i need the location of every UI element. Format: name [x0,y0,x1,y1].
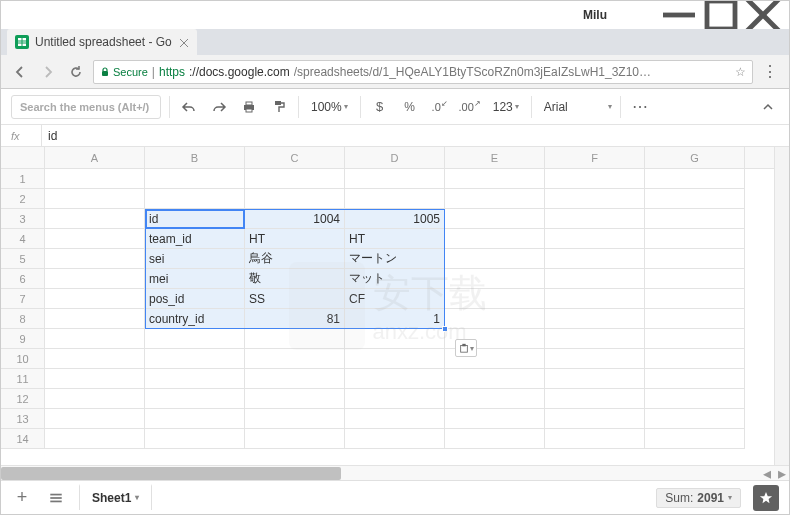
cell-G11[interactable] [645,369,745,389]
cell-D9[interactable] [345,329,445,349]
cell-D14[interactable] [345,429,445,449]
cell-B3[interactable]: id [145,209,245,229]
cell-B5[interactable]: sei [145,249,245,269]
cell-E8[interactable] [445,309,545,329]
cell-A13[interactable] [45,409,145,429]
add-sheet-button[interactable]: + [11,487,33,509]
redo-button[interactable] [208,96,230,118]
cell-F2[interactable] [545,189,645,209]
cell-G9[interactable] [645,329,745,349]
cell-G13[interactable] [645,409,745,429]
cell-C4[interactable]: HT [245,229,345,249]
cell-F11[interactable] [545,369,645,389]
column-header[interactable]: B [145,147,245,168]
row-header[interactable]: 6 [1,269,45,289]
select-all-corner[interactable] [1,147,45,169]
cell-F12[interactable] [545,389,645,409]
cell-A11[interactable] [45,369,145,389]
increase-decimal-button[interactable]: .00↗ [459,96,481,118]
cell-F9[interactable] [545,329,645,349]
cell-D1[interactable] [345,169,445,189]
cell-D5[interactable]: マートン [345,249,445,269]
decrease-decimal-button[interactable]: .0↙ [429,96,451,118]
cell-A2[interactable] [45,189,145,209]
cell-A1[interactable] [45,169,145,189]
column-header[interactable]: A [45,147,145,168]
cell-B11[interactable] [145,369,245,389]
cell-F3[interactable] [545,209,645,229]
chrome-menu-button[interactable]: ⋮ [759,62,781,81]
cell-A5[interactable] [45,249,145,269]
cell-G5[interactable] [645,249,745,269]
close-button[interactable] [743,1,783,29]
paste-options-button[interactable]: ▾ [455,339,477,357]
column-header[interactable]: F [545,147,645,168]
more-toolbar-button[interactable]: ⋯ [629,96,651,118]
scroll-left-icon[interactable]: ◂ [759,466,774,480]
vertical-scrollbar[interactable] [774,147,789,465]
spreadsheet-grid[interactable]: A B C D E F G 123id100410054team_idHTHT5… [1,147,774,465]
cell-G4[interactable] [645,229,745,249]
explore-button[interactable] [753,485,779,511]
cell-B4[interactable]: team_id [145,229,245,249]
cell-C12[interactable] [245,389,345,409]
cell-C8[interactable]: 81 [245,309,345,329]
font-select[interactable]: Arial [540,100,600,114]
row-header[interactable]: 7 [1,289,45,309]
cell-F5[interactable] [545,249,645,269]
row-header[interactable]: 5 [1,249,45,269]
cell-C11[interactable] [245,369,345,389]
row-header[interactable]: 9 [1,329,45,349]
cell-B10[interactable] [145,349,245,369]
menu-search-input[interactable]: Search the menus (Alt+/) [11,95,161,119]
cell-D3[interactable]: 1005 [345,209,445,229]
cell-F14[interactable] [545,429,645,449]
cell-E12[interactable] [445,389,545,409]
cell-B6[interactable]: mei [145,269,245,289]
cell-D7[interactable]: CF [345,289,445,309]
undo-button[interactable] [178,96,200,118]
row-header[interactable]: 14 [1,429,45,449]
cell-B14[interactable] [145,429,245,449]
cell-B8[interactable]: country_id [145,309,245,329]
cell-E13[interactable] [445,409,545,429]
cell-F1[interactable] [545,169,645,189]
scroll-right-icon[interactable]: ▸ [774,466,789,480]
cell-G7[interactable] [645,289,745,309]
cell-G14[interactable] [645,429,745,449]
cell-E6[interactable] [445,269,545,289]
cell-A3[interactable] [45,209,145,229]
scrollbar-thumb[interactable] [1,467,341,480]
cell-G8[interactable] [645,309,745,329]
cell-C14[interactable] [245,429,345,449]
cell-F10[interactable] [545,349,645,369]
column-header[interactable]: D [345,147,445,168]
column-header[interactable]: G [645,147,745,168]
cell-C5[interactable]: 鳥谷 [245,249,345,269]
maximize-button[interactable] [701,1,741,29]
cell-E14[interactable] [445,429,545,449]
row-header[interactable]: 4 [1,229,45,249]
cell-A14[interactable] [45,429,145,449]
cell-B12[interactable] [145,389,245,409]
cell-B13[interactable] [145,409,245,429]
cell-E1[interactable] [445,169,545,189]
quick-sum-display[interactable]: Sum: 2091 ▾ [656,488,741,508]
cell-E11[interactable] [445,369,545,389]
cell-C9[interactable] [245,329,345,349]
cell-A6[interactable] [45,269,145,289]
cell-D8[interactable]: 1 [345,309,445,329]
row-header[interactable]: 2 [1,189,45,209]
bookmark-star-icon[interactable]: ☆ [735,65,746,79]
cell-G2[interactable] [645,189,745,209]
cell-C13[interactable] [245,409,345,429]
cell-D11[interactable] [345,369,445,389]
formula-input[interactable]: id [44,129,57,143]
cell-B2[interactable] [145,189,245,209]
cell-D13[interactable] [345,409,445,429]
row-header[interactable]: 12 [1,389,45,409]
tab-close-icon[interactable] [179,37,189,47]
cell-F8[interactable] [545,309,645,329]
cell-A9[interactable] [45,329,145,349]
cell-E7[interactable] [445,289,545,309]
